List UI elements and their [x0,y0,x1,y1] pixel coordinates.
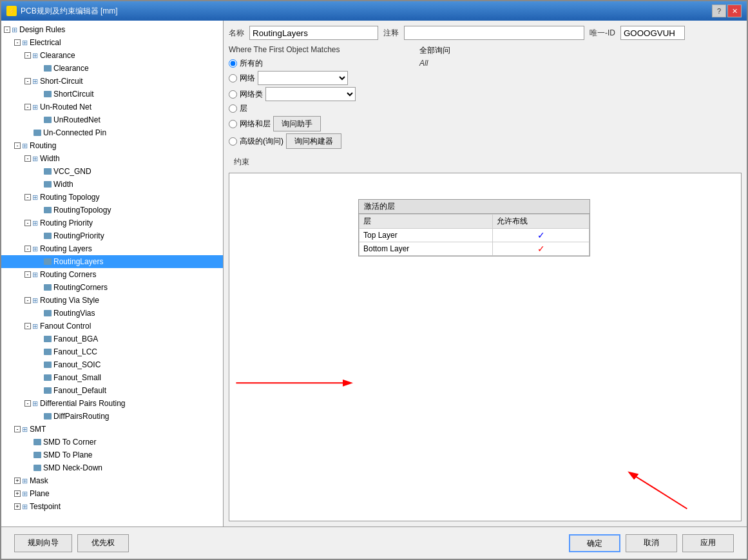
query-builder-btn[interactable]: 询问构建器 [286,133,341,149]
name-input[interactable] [249,26,378,40]
radio-netlayer[interactable] [229,120,237,128]
rule-icon [44,258,52,265]
svg-line-1 [630,473,687,509]
radio-netclass[interactable] [229,90,237,99]
close-button[interactable]: ✕ [727,5,742,17]
rule-icon [44,168,52,175]
tree-expand-icon[interactable]: - [24,271,31,278]
tree-item[interactable]: Fanout_BGA [1,333,223,345]
rule-icon [44,207,52,213]
tree-item[interactable]: -⊞Routing [1,139,223,152]
tree-item[interactable]: -⊞Differential Pairs Routing [1,397,223,410]
tree-item[interactable]: RoutingTopology [1,204,223,217]
tree-item[interactable]: VCC_GND [1,165,223,178]
radio-all-label: 所有的 [240,58,263,69]
rule-icon [44,387,52,394]
tree-expand-icon[interactable]: - [14,426,21,432]
tree-expand-icon[interactable]: + [14,490,21,497]
tree-item[interactable]: Un-Connected Pin [1,126,223,139]
tree-item[interactable]: +⊞Plane [1,487,223,500]
tree-expand-icon[interactable]: + [14,503,21,510]
tree-item[interactable]: Clearance [1,62,223,75]
ok-button[interactable]: 确定 [569,534,620,552]
tree-expand-icon[interactable]: - [4,26,10,33]
tree-item[interactable]: +⊞Mask [1,474,223,487]
bottom-layer-checkbox[interactable]: ✓ [493,242,590,256]
tree-item[interactable]: -⊞Clearance [1,49,223,62]
tree-item-label: SMD To Corner [43,438,96,447]
tree-expand-icon[interactable]: - [14,142,21,149]
tree-item[interactable]: -⊞Un-Routed Net [1,101,223,113]
tree-item[interactable]: -⊞Short-Circuit [1,75,223,88]
radio-all[interactable] [229,59,237,68]
folder-icon: ⊞ [22,490,28,498]
tree-item-label: RoutingCorners [53,283,108,292]
active-layers-box: 激活的层 层 允许布线 Top Layer [358,199,590,256]
radio-layer[interactable] [229,104,237,113]
apply-button[interactable]: 应用 [682,534,734,552]
tree-expand-icon[interactable]: + [14,478,21,484]
tree-item[interactable]: -⊞Routing Layers [1,242,223,255]
tree-item[interactable]: Fanout_SOIC [1,358,223,371]
title-bar: ⚡ PCB规则及约束编辑器 [mm] ? ✕ [1,1,747,21]
tree-item[interactable]: RoutingLayers [1,255,223,268]
net-select[interactable] [258,71,348,85]
tree-expand-icon[interactable]: - [24,155,31,162]
rule-icon [44,181,52,188]
help-button[interactable]: ? [712,5,726,17]
tree-item[interactable]: SMD Neck-Down [1,461,223,474]
wizard-button[interactable]: 规则向导 [14,534,72,552]
tree-item[interactable]: -⊞Routing Corners [1,268,223,281]
id-input[interactable] [620,26,685,40]
tree-expand-icon[interactable]: - [24,220,31,226]
tree-item[interactable]: RoutingCorners [1,281,223,294]
comment-input[interactable] [404,26,584,40]
tree-expand-icon[interactable]: - [24,400,31,407]
bottom-layer-check-icon: ✓ [537,244,545,254]
radio-all-row: 所有的 [229,58,409,69]
tree-expand-icon[interactable]: - [24,194,31,200]
tree-expand-icon[interactable]: - [14,39,21,46]
tree-item[interactable]: DiffPairsRouting [1,410,223,423]
tree-item[interactable]: -⊞SMT [1,423,223,436]
name-row: 名称 注释 唯一-ID [229,26,742,40]
tree-expand-icon[interactable]: - [24,246,31,252]
query-helper-btn[interactable]: 询问助手 [273,116,321,131]
folder-icon: ⊞ [32,52,38,60]
priority-button[interactable]: 优先权 [77,534,129,552]
tree-item[interactable]: ShortCircuit [1,88,223,101]
radio-group: 所有的 网络 网络类 [229,58,409,149]
tree-item-label: Electrical [30,38,61,47]
radio-net[interactable] [229,74,237,82]
tree-item[interactable]: -⊞Routing Priority [1,217,223,229]
tree-item[interactable]: -⊞Design Rules [1,23,223,36]
tree-item[interactable]: Width [1,178,223,191]
radio-advanced[interactable] [229,137,237,146]
tree-item[interactable]: RoutingVias [1,307,223,320]
tree-item[interactable]: -⊞Routing Via Style [1,294,223,307]
tree-item-label: Fanout_Small [53,373,101,382]
tree-expand-icon[interactable]: - [24,52,31,59]
tree-item[interactable]: -⊞Routing Topology [1,191,223,204]
tree-item[interactable]: Fanout_LCC [1,345,223,358]
tree-item[interactable]: RoutingPriority [1,229,223,242]
id-label: 唯一-ID [590,28,615,39]
tree-expand-icon[interactable]: - [24,78,31,84]
tree-expand-icon[interactable]: - [24,104,31,110]
tree-expand-icon[interactable]: - [24,323,31,329]
tree-item[interactable]: SMD To Plane [1,449,223,461]
tree-item[interactable]: SMD To Corner [1,436,223,449]
top-layer-checkbox[interactable]: ✓ [493,229,590,242]
match-section: Where The First Object Matches 所有的 网络 [229,45,742,149]
tree-item[interactable]: -⊞Fanout Control [1,320,223,333]
tree-item[interactable]: UnRoutedNet [1,113,223,126]
tree-expand-icon[interactable]: - [24,297,31,304]
tree-item[interactable]: Fanout_Small [1,371,223,384]
rule-icon [34,130,41,136]
tree-item[interactable]: -⊞Width [1,152,223,165]
netclass-select[interactable] [265,87,356,101]
tree-item[interactable]: -⊞Electrical [1,36,223,49]
cancel-button[interactable]: 取消 [626,534,677,552]
tree-item[interactable]: Fanout_Default [1,384,223,397]
tree-item[interactable]: +⊞Testpoint [1,500,223,513]
